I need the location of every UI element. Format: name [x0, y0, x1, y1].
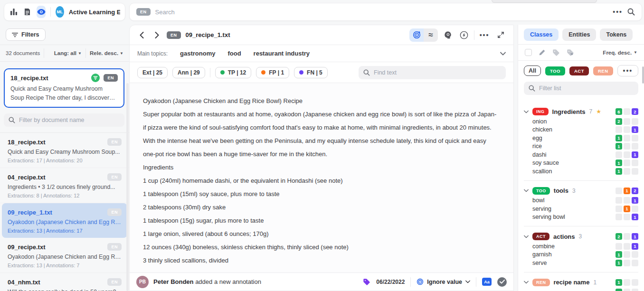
star-icon[interactable]: ★	[596, 108, 601, 115]
lightning-icon[interactable]	[458, 29, 470, 41]
label-row[interactable]: 1	[524, 288, 638, 291]
document-list-item[interactable]: 09_recipe_1.txt EN Oyakodon (Japanese Ch…	[2, 203, 127, 238]
sort-filter-dropdown[interactable]: Rele. desc.▼	[90, 50, 123, 56]
edit-icon[interactable]	[539, 49, 546, 56]
text-line[interactable]: Oyakodon (Japanese Chicken and Egg Rice …	[143, 94, 499, 108]
document-filter-input[interactable]: Filter by document name	[4, 113, 124, 127]
target-view-icon[interactable]	[409, 28, 424, 42]
search-more-icon[interactable]: •••	[613, 8, 623, 16]
label-row[interactable]: scallion 1	[524, 167, 638, 176]
expand-icon[interactable]	[494, 29, 507, 41]
text-line[interactable]: 1 large onion, slivered (about 6 ounces;…	[143, 227, 499, 241]
label-text: onion	[532, 118, 547, 125]
count-cell: 2	[632, 188, 638, 194]
tab-classes[interactable]: Classes	[524, 28, 559, 41]
count-cell: 1	[616, 160, 622, 166]
label-row[interactable]: rice 1	[524, 142, 638, 151]
label-row[interactable]: combine 1	[524, 242, 638, 251]
global-search[interactable]: EN Search •••	[129, 3, 642, 21]
text-line[interactable]: 12 ounces (340g) boneless, skinless chic…	[143, 241, 499, 254]
select-all-checkbox[interactable]	[525, 49, 532, 56]
pinned-document-card[interactable]: 18_recipe.txt EN Quick and Easy Creamy M…	[4, 68, 124, 108]
chevron-down-icon	[524, 189, 529, 192]
label-group-header[interactable]: ING Ingredients 7 ★ 62	[524, 106, 638, 117]
more-options-icon[interactable]: •••	[478, 29, 491, 41]
text-line[interactable]: 3 thinly sliced scallions, divided	[143, 254, 499, 267]
find-text-input[interactable]: Find text	[359, 66, 506, 79]
tag-outline-icon[interactable]	[552, 49, 560, 56]
doc-lang-badge: EN	[107, 138, 122, 146]
value-dropdown[interactable]: Ignore value	[417, 278, 470, 285]
document-list-item[interactable]: 18_recipe.txt EN Quick and Easy Creamy M…	[0, 133, 129, 168]
tag-icon[interactable]	[363, 278, 370, 286]
labels-scrollbar[interactable]	[642, 66, 644, 84]
label-sort-dropdown[interactable]: Freq. desc.▼	[603, 50, 637, 56]
stat-button[interactable]: Ext | 25	[137, 67, 168, 78]
text-line[interactable]: 1 tablespoon (15ml) soy sauce, plus more…	[143, 188, 499, 201]
text-line[interactable]: 1 tablespoon (15g) sugar, plus more to t…	[143, 214, 499, 227]
label-group-header[interactable]: REN recipe name 1 ★ 1	[524, 277, 638, 288]
text-line[interactable]: Ingredients	[143, 161, 499, 174]
metric-button[interactable]: FN | 5	[294, 67, 328, 78]
project-title[interactable]: Active Learning Exper...	[69, 9, 120, 16]
text-line[interactable]: Super popular both at restaurants and at…	[143, 108, 499, 161]
main-topics-row: Main topics: gastronomyfoodrestaurant in…	[130, 45, 513, 62]
tag-lock-icon[interactable]	[567, 49, 574, 56]
count-cell	[624, 126, 630, 133]
doc-name: 04_nhm.txt	[8, 279, 107, 286]
search-placeholder[interactable]: Search	[155, 9, 608, 16]
text-line[interactable]: 1 cup (240ml) homemade dashi, or the equ…	[143, 174, 499, 188]
eye-icon[interactable]	[37, 6, 46, 18]
label-row[interactable]: garnish 1	[524, 251, 638, 259]
label-row[interactable]: soy sauce 1	[524, 159, 638, 168]
translate-icon[interactable]: Aa	[482, 278, 492, 286]
label-count-cells: 1	[616, 160, 638, 166]
label-count-cells: 1	[616, 260, 638, 266]
stat-button[interactable]: Ann | 29	[172, 67, 205, 78]
label-row[interactable]: egg 1	[524, 134, 638, 142]
chips-more-button[interactable]: •••	[617, 65, 639, 76]
label-group-header[interactable]: TOO tools 3 ★ 12	[524, 185, 638, 197]
label-row[interactable]: chicken 1	[524, 126, 638, 134]
collapse-topics-icon[interactable]	[500, 52, 506, 56]
check-circle-icon[interactable]	[497, 277, 507, 287]
text-line[interactable]: 2 tablespoons (30ml) dry sake	[143, 201, 499, 214]
label-row[interactable]: bowl 1	[524, 197, 638, 205]
topic-chip[interactable]: gastronomy	[180, 50, 215, 57]
metric-button[interactable]: TP | 12	[215, 67, 252, 78]
filter-chip-act[interactable]: ACT	[569, 66, 589, 75]
next-document-button[interactable]	[152, 30, 162, 40]
label-text: chicken	[532, 126, 552, 133]
previous-document-button[interactable]	[136, 30, 147, 40]
filters-button[interactable]: Filters	[6, 28, 46, 41]
wave-view-icon[interactable]: ≈	[424, 28, 438, 42]
tab-entities[interactable]: Entities	[562, 28, 596, 41]
filter-chip-ren[interactable]: REN	[593, 66, 613, 75]
filter-chip-all[interactable]: All	[524, 66, 541, 76]
document-icon[interactable]	[23, 6, 32, 18]
label-row[interactable]: serving 1	[524, 205, 638, 213]
language-filter-dropdown[interactable]: Lang: all▼	[54, 50, 82, 56]
project-logo: ML	[56, 6, 64, 18]
bar-chart-icon[interactable]	[9, 6, 18, 18]
count-cell	[616, 206, 622, 212]
label-row[interactable]: dashi 1	[524, 150, 638, 159]
count-cell	[616, 243, 622, 250]
tab-tokens[interactable]: Tokens	[600, 28, 633, 41]
label-row[interactable]: serving bowl 1	[524, 213, 638, 222]
count-cell: 1	[616, 289, 622, 291]
topic-chip[interactable]: restaurant industry	[254, 50, 310, 57]
label-filter-input[interactable]: Filter list	[524, 82, 638, 95]
document-list-scrollbar[interactable]	[126, 83, 129, 291]
label-row[interactable]: serve 1	[524, 259, 638, 267]
topic-chip[interactable]: food	[227, 50, 241, 57]
document-list-item[interactable]: 04_nhm.txt EN Will the ocean really be d…	[0, 273, 129, 291]
metric-button[interactable]: FP | 1	[256, 67, 289, 78]
document-list-item[interactable]: 04_recipe.txt EN Ingredients • 3 1/2 oun…	[0, 168, 129, 203]
label-row[interactable]: onion 2	[524, 117, 638, 126]
document-list-item[interactable]: 09_recipe.txt EN Oyakodon (Japanese Chic…	[0, 238, 129, 273]
search-icon[interactable]	[627, 8, 635, 16]
filter-chip-too[interactable]: TOO	[545, 66, 565, 75]
head-gear-icon[interactable]	[442, 29, 454, 41]
label-group-header[interactable]: ACT actions 3 ★ 21	[524, 231, 638, 242]
